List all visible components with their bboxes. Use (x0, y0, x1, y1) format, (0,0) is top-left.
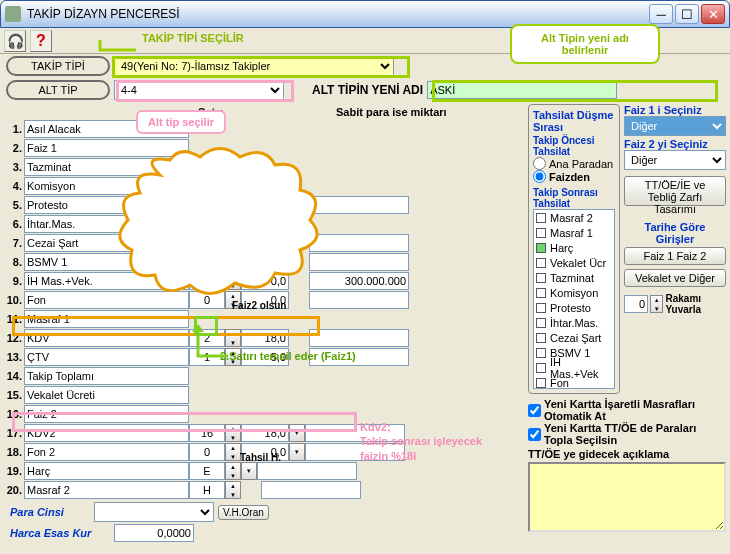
grid-row: 16. (4, 405, 524, 423)
list-item[interactable]: İH Mas.+Vek (534, 360, 614, 375)
c2-input[interactable] (241, 348, 289, 366)
list-item[interactable]: Vekalet Ücr (534, 255, 614, 270)
checkbox-icon[interactable] (536, 273, 546, 283)
list-item[interactable]: Masraf 1 (534, 225, 614, 240)
list-item[interactable]: Komisyon (534, 285, 614, 300)
grid-row: 18.▾ (4, 443, 524, 461)
amount-input[interactable] (309, 348, 409, 366)
window-title: TAKİP DİZAYN PENCERESİ (27, 7, 647, 21)
close-button[interactable]: ✕ (701, 4, 725, 24)
desc-input[interactable] (24, 443, 189, 461)
desc-input[interactable] (24, 329, 189, 347)
tahsilat-listbox[interactable]: Masraf 2Masraf 1HarçVekalet ÜcrTazminatK… (533, 209, 615, 389)
c1-input[interactable] (189, 329, 225, 347)
list-item[interactable]: Protesto (534, 300, 614, 315)
desc-input[interactable] (24, 386, 189, 404)
grid-row: 17.▾ (4, 424, 524, 442)
desc-input[interactable] (24, 462, 189, 480)
amount-input[interactable] (305, 424, 405, 442)
c1-input[interactable] (189, 348, 225, 366)
c1-input[interactable] (189, 462, 225, 480)
spinner-icon[interactable] (225, 348, 241, 366)
checkbox-icon[interactable] (536, 228, 546, 238)
grid-row: 13. (4, 348, 524, 366)
ana-paradan-radio[interactable]: Ana Paradan (533, 157, 615, 170)
vekalet-button[interactable]: Vekalet ve Diğer (624, 269, 726, 287)
alt-tip-combo[interactable]: 4-4 (114, 80, 284, 100)
chk-paralari-topla[interactable]: Yeni Kartta TT/ÖE de Paraları Topla Seçi… (528, 422, 726, 446)
harca-esas-label: Harca Esas Kur (10, 527, 110, 539)
faizden-radio[interactable]: Faizden (533, 170, 615, 183)
grid-row: 11. (4, 310, 524, 328)
alt-tip-label: ALT TİP (6, 80, 110, 100)
spinner-icon[interactable] (225, 424, 241, 442)
list-item[interactable]: Harç (534, 240, 614, 255)
dd-button[interactable]: ▾ (289, 443, 305, 461)
faiz1-combo[interactable]: Diğer (624, 116, 726, 136)
dd-button[interactable]: ▾ (241, 462, 257, 480)
takip-tipi-combo[interactable]: 49(Yeni No: 7)-İlamsız Takipler (114, 56, 394, 76)
spinner-icon[interactable] (225, 443, 241, 461)
harca-esas-input[interactable] (114, 524, 194, 542)
checkbox-icon[interactable] (536, 318, 546, 328)
amount-input[interactable] (257, 462, 357, 480)
grid-row: 1. (4, 120, 524, 138)
aciklama-textarea[interactable] (528, 462, 726, 532)
spinner-icon[interactable] (225, 481, 241, 499)
checkbox-icon[interactable] (536, 363, 546, 373)
checkbox-icon[interactable] (536, 303, 546, 313)
amount-input[interactable] (309, 329, 409, 347)
support-icon[interactable]: 🎧 (4, 30, 26, 52)
help-icon[interactable]: ? (30, 30, 52, 52)
checkbox-icon[interactable] (536, 213, 546, 223)
desc-input[interactable] (24, 424, 189, 442)
spinner-icon[interactable] (225, 329, 241, 347)
para-cinsi-label: Para Cinsi (10, 506, 90, 518)
c1-input[interactable] (189, 481, 225, 499)
desc-input[interactable] (24, 348, 189, 366)
grid-row: 20. (4, 481, 524, 499)
grid-row: 15. (4, 386, 524, 404)
c2-input[interactable] (241, 443, 289, 461)
grid-row: 14. (4, 367, 524, 385)
checkbox-icon[interactable] (536, 333, 546, 343)
list-item[interactable]: Masraf 2 (534, 210, 614, 225)
ttoe-button[interactable]: TT/ÖE/İE ve Tebliğ Zarfı Tasarımı (624, 176, 726, 206)
checkbox-icon[interactable] (536, 348, 546, 358)
desc-input[interactable] (24, 367, 189, 385)
list-item[interactable]: Cezai Şart (534, 330, 614, 345)
rakam-input[interactable] (624, 295, 648, 313)
list-item[interactable]: İhtar.Mas. (534, 315, 614, 330)
chk-otomatik-at[interactable]: Yeni Kartta İşaretli Masrafları Otomatik… (528, 398, 726, 422)
alt-tip-yeni-adi-input[interactable] (427, 81, 617, 99)
app-icon (5, 6, 21, 22)
list-item[interactable]: Tazminat (534, 270, 614, 285)
dd-button[interactable]: ▾ (289, 424, 305, 442)
para-cinsi-combo[interactable] (94, 502, 214, 522)
desc-input[interactable] (24, 120, 189, 138)
rakam-spinner[interactable] (650, 295, 663, 313)
c2-input[interactable] (241, 424, 289, 442)
tahsilat-group: Tahsilat Düşme Sırası Takip Öncesi Tahsi… (528, 104, 620, 394)
amount-input[interactable] (261, 481, 361, 499)
checkbox-icon[interactable] (536, 243, 546, 253)
checkbox-icon[interactable] (536, 288, 546, 298)
checkbox-icon[interactable] (536, 378, 546, 388)
c1-input[interactable] (189, 424, 225, 442)
c1-input[interactable] (189, 443, 225, 461)
faiz12-button[interactable]: Faiz 1 Faiz 2 (624, 247, 726, 265)
desc-input[interactable] (24, 405, 189, 423)
minimize-button[interactable]: ─ (649, 4, 673, 24)
alt-tip-row: ALT TİP 4-4 ALT TİPİN YENİ ADI (0, 78, 730, 102)
amount-input[interactable] (305, 443, 405, 461)
callout-alt-tip-yeni: Alt Tipin yeni adı belirlenir (510, 24, 660, 64)
maximize-button[interactable]: ☐ (675, 4, 699, 24)
c2-input[interactable] (241, 329, 289, 347)
grid-header: Satır Sabit para ise miktarı (4, 104, 524, 120)
spinner-icon[interactable] (225, 462, 241, 480)
checkbox-icon[interactable] (536, 258, 546, 268)
desc-input[interactable] (24, 481, 189, 499)
vh-oran-button[interactable]: V.H.Oran (218, 505, 269, 520)
faiz2-combo[interactable]: Diğer (624, 150, 726, 170)
desc-input[interactable] (24, 310, 189, 328)
